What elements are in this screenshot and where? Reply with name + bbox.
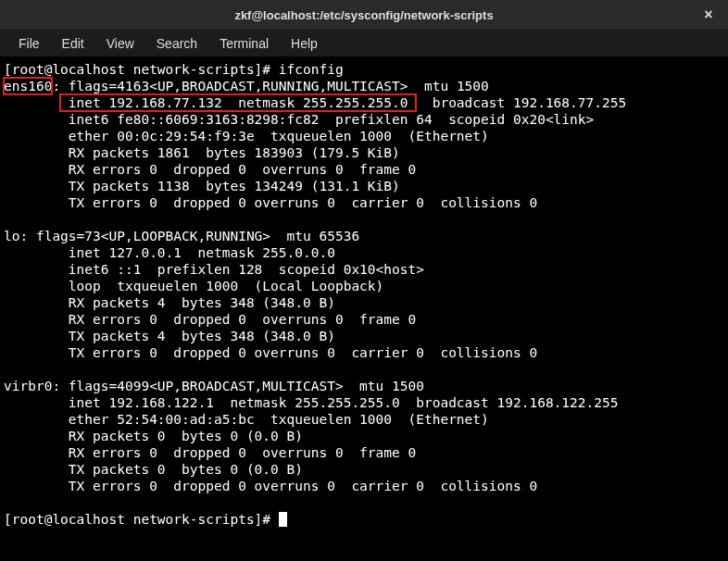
window-title: zkf@localhost:/etc/sysconfig/network-scr… [234,8,493,22]
cursor [279,512,287,527]
ens160-tx-errors-line: TX errors 0 dropped 0 overruns 0 carrier… [4,195,537,210]
terminal-output[interactable]: [root@localhost network-scripts]# ifconf… [0,57,728,561]
command-ifconfig: ifconfig [279,62,344,77]
ens160-inet6-line: inet6 fe80::6069:3163:8298:fc82 prefixle… [4,112,594,127]
menu-view[interactable]: View [95,32,145,55]
lo-inet-line: inet 127.0.0.1 netmask 255.0.0.0 [4,245,335,260]
ens160-ether-line: ether 00:0c:29:54:f9:3e txqueuelen 1000 … [4,129,489,143]
lo-head-line: lo: flags=73<UP,LOOPBACK,RUNNING> mtu 65… [4,229,359,243]
lo-inet6-line: inet6 ::1 prefixlen 128 scopeid 0x10<hos… [4,262,424,277]
ens160-rx-errors-line: RX errors 0 dropped 0 overruns 0 frame 0 [4,162,416,177]
prompt-line-2: [root@localhost network-scripts]# [4,512,279,527]
menu-edit[interactable]: Edit [51,32,95,55]
ens160-tx-packets-line: TX packets 1138 bytes 134249 (131.1 KiB) [4,179,400,193]
menu-search[interactable]: Search [145,32,208,55]
window-titlebar: zkf@localhost:/etc/sysconfig/network-scr… [0,0,728,30]
menu-file[interactable]: File [7,32,51,55]
virbr0-tx-errors-line: TX errors 0 dropped 0 overruns 0 carrier… [4,479,537,493]
virbr0-inet-line: inet 192.168.122.1 netmask 255.255.255.0… [4,395,618,410]
menu-terminal[interactable]: Terminal [208,32,280,55]
prompt-line-1: [root@localhost network-scripts]# ifconf… [4,62,344,77]
ens160-flags-text: : flags=4163<UP,BROADCAST,RUNNING,MULTIC… [52,79,488,94]
close-button[interactable]: × [697,3,721,27]
virbr0-rx-packets-line: RX packets 0 bytes 0 (0.0 B) [4,429,303,443]
lo-rx-errors-line: RX errors 0 dropped 0 overruns 0 frame 0 [4,312,416,327]
lo-rx-packets-line: RX packets 4 bytes 348 (348.0 B) [4,295,335,310]
close-icon: × [704,6,712,23]
menu-help[interactable]: Help [280,32,329,55]
lo-tx-errors-line: TX errors 0 dropped 0 overruns 0 carrier… [4,345,537,360]
terminal-window: zkf@localhost:/etc/sysconfig/network-scr… [0,0,728,561]
virbr0-head-line: virbr0: flags=4099<UP,BROADCAST,MULTICAS… [4,379,424,393]
prompt: [root@localhost network-scripts]# [4,62,279,77]
virbr0-tx-packets-line: TX packets 0 bytes 0 (0.0 B) [4,462,303,477]
ens160-rx-packets-line: RX packets 1861 bytes 183903 (179.5 KiB) [4,145,400,160]
lo-tx-packets-line: TX packets 4 bytes 348 (348.0 B) [4,329,335,343]
ens160-broadcast-text: broadcast 192.168.77.255 [416,95,626,110]
lo-loop-line: loop txqueuelen 1000 (Local Loopback) [4,279,383,293]
virbr0-ether-line: ether 52:54:00:ad:a5:bc txqueuelen 1000 … [4,412,489,427]
ens160-inet-highlight: inet 192.168.77.132 netmask 255.255.255.… [60,94,416,111]
virbr0-rx-errors-line: RX errors 0 dropped 0 overruns 0 frame 0 [4,445,416,460]
menubar: File Edit View Search Terminal Help [0,30,728,57]
interface-name-ens160: ens160 [4,78,52,94]
